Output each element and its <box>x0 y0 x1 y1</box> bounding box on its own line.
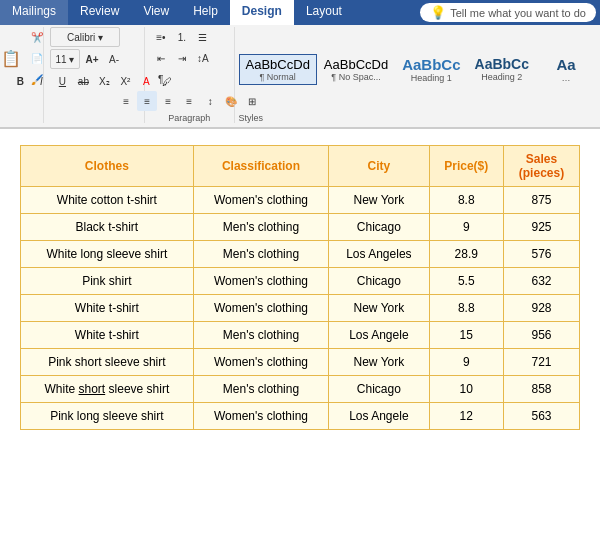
font-name-dropdown[interactable]: Calibri ▾ <box>50 27 120 47</box>
styles-label: Styles <box>239 113 596 123</box>
increase-indent-button[interactable]: ⇥ <box>172 48 192 68</box>
multilevel-list-button[interactable]: ☰ <box>193 27 213 47</box>
style-h1-preview: AaBbCc <box>402 56 460 73</box>
cell-r6-c4: 721 <box>503 349 579 376</box>
underline-button[interactable]: U <box>52 71 72 91</box>
strikethrough-button[interactable]: ab <box>73 71 93 91</box>
font-size-dropdown[interactable]: 11 ▾ <box>50 49 80 69</box>
cell-r4-c1: Women's clothing <box>193 295 328 322</box>
tab-layout[interactable]: Layout <box>294 0 354 25</box>
superscript-button[interactable]: X² <box>115 71 135 91</box>
ribbon-tabs: Mailings Review View Help Design Layout … <box>0 0 600 25</box>
cell-r2-c1: Men's clothing <box>193 241 328 268</box>
table-row: White t-shirtWomen's clothingNew York8.8… <box>21 295 580 322</box>
subscript-button[interactable]: X₂ <box>94 71 114 91</box>
table-row: Pink shirtWomen's clothingChicago5.5632 <box>21 268 580 295</box>
cell-r7-c1: Men's clothing <box>193 376 328 403</box>
cell-r6-c3: 9 <box>429 349 503 376</box>
style-normal-label: ¶ Normal <box>260 72 296 82</box>
style-nospace[interactable]: AaBbCcDd ¶ No Spac... <box>317 54 395 85</box>
tell-me-box[interactable]: 💡 Tell me what you want to do <box>420 3 596 22</box>
style-normal[interactable]: AaBbCcDd ¶ Normal <box>239 54 317 85</box>
cell-r6-c1: Women's clothing <box>193 349 328 376</box>
cell-r8-c2: Los Angele <box>329 403 429 430</box>
lightbulb-icon: 💡 <box>430 5 446 20</box>
group-styles: AaBbCcDd ¶ Normal AaBbCcDd ¶ No Spac... … <box>239 27 596 123</box>
table-row: Black t-shirtMen's clothingChicago9925 <box>21 214 580 241</box>
style-h2-preview: AaBbCc <box>475 56 529 72</box>
cell-r0-c0: White cotton t-shirt <box>21 187 194 214</box>
cell-r0-c1: Women's clothing <box>193 187 328 214</box>
cell-r2-c3: 28.9 <box>429 241 503 268</box>
table-row: White long sleeve shirtMen's clothingLos… <box>21 241 580 268</box>
cut-button[interactable]: ✂️ <box>27 27 47 47</box>
decrease-indent-button[interactable]: ⇤ <box>151 48 171 68</box>
cell-r8-c3: 12 <box>429 403 503 430</box>
align-center-button[interactable]: ≡ <box>137 91 157 111</box>
style-h2-label: Heading 2 <box>481 72 522 82</box>
table-row: Pink long sleeve shirtWomen's clothingLo… <box>21 403 580 430</box>
col-clothes: Clothes <box>21 146 194 187</box>
sort-button[interactable]: ↕A <box>193 48 213 68</box>
styles-list: AaBbCcDd ¶ Normal AaBbCcDd ¶ No Spac... … <box>239 27 596 111</box>
cell-r0-c4: 875 <box>503 187 579 214</box>
style-nospace-label: ¶ No Spac... <box>331 72 380 82</box>
shrink-font-button[interactable]: A- <box>104 49 124 69</box>
cell-r5-c3: 15 <box>429 322 503 349</box>
style-more-preview: Aa <box>556 56 575 73</box>
copy-button[interactable]: 📄 <box>27 48 47 68</box>
cell-r3-c1: Women's clothing <box>193 268 328 295</box>
italic-button[interactable]: I <box>31 71 51 91</box>
tab-design[interactable]: Design <box>230 0 294 25</box>
cell-r2-c0: White long sleeve shirt <box>21 241 194 268</box>
cell-r1-c0: Black t-shirt <box>21 214 194 241</box>
tab-mailings[interactable]: Mailings <box>0 0 68 25</box>
cell-r0-c2: New York <box>329 187 429 214</box>
table-row: White cotton t-shirtWomen's clothingNew … <box>21 187 580 214</box>
document-body: Clothes Classification City Price($) Sal… <box>0 129 600 559</box>
grow-font-button[interactable]: A+ <box>82 49 102 69</box>
ribbon-bar: Mailings Review View Help Design Layout … <box>0 0 600 25</box>
cell-r4-c3: 8.8 <box>429 295 503 322</box>
cell-r2-c4: 576 <box>503 241 579 268</box>
cell-r3-c4: 632 <box>503 268 579 295</box>
cell-r8-c4: 563 <box>503 403 579 430</box>
style-heading2[interactable]: AaBbCc Heading 2 <box>468 53 536 85</box>
justify-button[interactable]: ≡ <box>179 91 199 111</box>
cell-r0-c3: 8.8 <box>429 187 503 214</box>
tab-view[interactable]: View <box>131 0 181 25</box>
cell-r5-c1: Men's clothing <box>193 322 328 349</box>
ribbon-content-area: 📋 ✂️ 📄 🖌️ Calibri ▾ 11 ▾ A+ A- B I U ab <box>0 25 600 129</box>
cell-r3-c0: Pink shirt <box>21 268 194 295</box>
cell-r3-c2: Chicago <box>329 268 429 295</box>
line-spacing-button[interactable]: ↕ <box>200 91 220 111</box>
col-price: Price($) <box>429 146 503 187</box>
show-hide-button[interactable]: ¶ <box>151 69 171 89</box>
cell-r6-c0: Pink short sleeve shirt <box>21 349 194 376</box>
cell-r4-c2: New York <box>329 295 429 322</box>
cell-r1-c4: 925 <box>503 214 579 241</box>
data-table: Clothes Classification City Price($) Sal… <box>20 145 580 430</box>
style-more[interactable]: Aa … <box>536 53 596 86</box>
cell-r8-c0: Pink long sleeve shirt <box>21 403 194 430</box>
cell-r5-c2: Los Angele <box>329 322 429 349</box>
tab-help[interactable]: Help <box>181 0 230 25</box>
col-classification: Classification <box>193 146 328 187</box>
tab-review[interactable]: Review <box>68 0 131 25</box>
bullets-button[interactable]: ≡• <box>151 27 171 47</box>
group-paragraph: ≡• 1. ☰ ⇤ ⇥ ↕A ¶ ≡ ≡ ≡ ≡ ↕ 🎨 ⊞ Paragraph <box>149 27 235 123</box>
cell-r8-c1: Women's clothing <box>193 403 328 430</box>
numbering-button[interactable]: 1. <box>172 27 192 47</box>
cell-r1-c3: 9 <box>429 214 503 241</box>
cell-r5-c4: 956 <box>503 322 579 349</box>
cell-r5-c0: White t-shirt <box>21 322 194 349</box>
align-right-button[interactable]: ≡ <box>158 91 178 111</box>
table-row: Pink short sleeve shirtWomen's clothingN… <box>21 349 580 376</box>
cell-r7-c0: White short sleeve shirt <box>21 376 194 403</box>
bold-button[interactable]: B <box>10 71 30 91</box>
cell-r1-c2: Chicago <box>329 214 429 241</box>
paragraph-label: Paragraph <box>168 113 210 123</box>
style-h1-label: Heading 1 <box>411 73 452 83</box>
align-left-button[interactable]: ≡ <box>116 91 136 111</box>
style-heading1[interactable]: AaBbCc Heading 1 <box>395 53 467 86</box>
